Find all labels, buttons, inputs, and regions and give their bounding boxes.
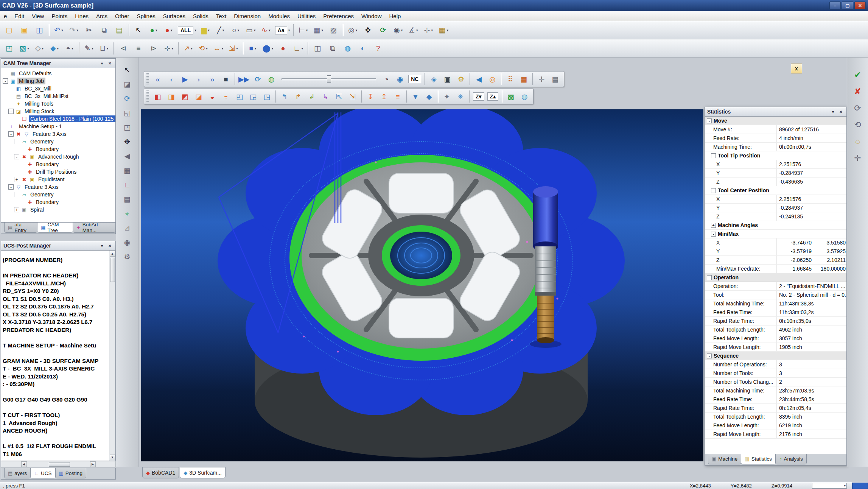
slider-thumb[interactable] <box>327 75 331 83</box>
sim-compare-icon[interactable]: ⠿ <box>504 73 516 86</box>
sim-close-button[interactable]: x <box>791 64 802 73</box>
stock-wizard-icon[interactable]: ◰ <box>2 41 16 56</box>
color-swatch-icon[interactable]: ▆ <box>198 23 213 37</box>
view-back-icon[interactable]: ◨ <box>165 90 178 103</box>
sim-options-icon[interactable]: ⚙ <box>454 73 467 86</box>
strip-named-views-icon[interactable]: ▦ <box>119 164 135 177</box>
menu-item-utilities[interactable]: Utilities <box>294 11 319 21</box>
menu-item-splines[interactable]: Splines <box>133 11 159 21</box>
tree-item-boundary[interactable]: ✚Boundary <box>1 198 115 206</box>
step-up-icon[interactable]: ↥ <box>378 90 390 103</box>
align-middle-icon[interactable]: ≡ <box>131 41 146 56</box>
select-arrow-icon[interactable]: ↖ <box>131 23 146 37</box>
menu-item-edit[interactable]: Edit <box>11 11 28 21</box>
strip-settings-icon[interactable]: ⚙ <box>119 250 135 263</box>
strip-previous-view-icon[interactable]: ◀ <box>119 149 135 163</box>
strip-rotate-icon[interactable]: ⟳ <box>119 92 135 105</box>
expand-box-icon[interactable]: + <box>14 207 19 212</box>
sim-speed-icon[interactable]: ◉ <box>394 73 406 86</box>
strip-layers-icon[interactable]: ▤ <box>119 192 135 206</box>
tab-statistics[interactable]: ▥Statistics <box>741 454 775 464</box>
collapse-box-icon[interactable]: - <box>14 154 19 159</box>
undo-icon[interactable]: ↶ <box>51 23 66 37</box>
collapse-box-icon[interactable]: - <box>8 131 14 137</box>
align-left-icon[interactable]: ⊲ <box>116 41 131 56</box>
translate-icon[interactable]: ↗ <box>181 41 195 56</box>
view-bottom-icon[interactable]: ◓ <box>219 90 232 103</box>
tree-item-carbon-steel-1018-plain-100-125-hb[interactable]: ❒Carbon Steel 1018 - Plain (100-125 HB) <box>1 115 115 123</box>
paste-icon[interactable]: ▤ <box>112 23 126 37</box>
lamp-icon[interactable]: ◌ <box>850 135 866 148</box>
level-icon[interactable]: ≡ <box>391 90 404 103</box>
collapse-box-icon[interactable]: - <box>707 275 712 280</box>
tree-item-milling-stock[interactable]: -◪Milling Stock <box>1 107 115 115</box>
strip-zoom-window-icon[interactable]: ◱ <box>119 106 135 120</box>
sim-to-end-icon[interactable]: » <box>206 73 219 86</box>
stats-row-sequence[interactable]: -Sequence <box>705 352 846 360</box>
collapse-box-icon[interactable]: - <box>3 78 8 84</box>
stats-row-machine-angles[interactable]: +Machine Angles <box>705 221 846 230</box>
collapse-box-icon[interactable]: - <box>8 184 14 190</box>
stats-row-move[interactable]: -Move <box>705 117 846 125</box>
redo-icon[interactable]: ↷ <box>67 23 81 37</box>
menu-item-e[interactable]: e <box>0 11 11 21</box>
tree-item-equidistant[interactable]: +✖▣Equidistant <box>1 176 115 183</box>
solid-sphere-icon[interactable]: ● <box>276 41 290 56</box>
scroll-right-icon[interactable]: ▶ <box>90 461 96 467</box>
sim-clock-icon[interactable]: ◔ <box>380 73 393 86</box>
sim-fast-forward-icon[interactable]: ▶▶ <box>237 73 250 86</box>
tree-item-boundary[interactable]: ✚Boundary <box>1 160 115 168</box>
collapse-box-icon[interactable]: - <box>14 192 19 197</box>
sim-tools-icon[interactable]: ✛ <box>535 73 548 86</box>
sim-previous-op-icon[interactable]: ◀ <box>472 73 485 86</box>
sim-target-icon[interactable]: ◎ <box>486 73 499 86</box>
crosshair-icon[interactable]: ✛ <box>850 151 866 165</box>
rotate-entity-icon[interactable]: ⟲ <box>196 41 210 56</box>
tab-cam-tree[interactable]: ▦CAM Tree <box>37 223 73 233</box>
tree-item-feature-3-axis[interactable]: -▽Feature 3 Axis <box>1 183 115 191</box>
menu-item-modules[interactable]: Modules <box>264 11 294 21</box>
tree-item-advanced-rough[interactable]: -✖▣Advanced Rough <box>1 153 115 160</box>
orient-5-icon[interactable]: ⇱ <box>333 90 345 103</box>
scale-icon[interactable]: ⇲ <box>226 41 241 56</box>
scroll-up-icon[interactable]: ▲ <box>110 251 115 257</box>
solid-box-icon[interactable]: ▧ <box>17 41 31 56</box>
sketch-icon[interactable]: ✎ <box>82 41 96 56</box>
tree-item-machine-setup-1[interactable]: ∟Machine Setup - 1 <box>1 123 115 130</box>
sim-step-forward-icon[interactable]: › <box>192 73 205 86</box>
expand-box-icon[interactable]: + <box>711 223 716 228</box>
collapse-box-icon[interactable]: - <box>707 118 712 123</box>
tab-3d-surfcam[interactable]: ◆3D Surfcam... <box>180 467 226 478</box>
status-units-dropdown[interactable]: ▾ <box>812 483 847 489</box>
cut-icon[interactable]: ✂ <box>82 23 96 37</box>
burst-icon[interactable]: ✳ <box>454 90 467 103</box>
point-tool-icon[interactable]: ● <box>146 23 161 37</box>
ucs-tool-icon[interactable]: ⊹ <box>421 23 436 37</box>
collapse-box-icon[interactable]: - <box>707 354 712 358</box>
scrollbar-thumb[interactable] <box>49 462 70 467</box>
sim-grid-icon[interactable]: ▦ <box>517 73 530 86</box>
z-down-icon[interactable]: Z▾ <box>472 90 485 103</box>
line-tool-icon[interactable]: ╱ <box>213 23 228 37</box>
pattern-icon[interactable]: ▦ <box>311 23 325 37</box>
step-down-icon[interactable]: ↧ <box>364 90 377 103</box>
tab-bobcad1[interactable]: ◆BobCAD1 <box>142 467 179 478</box>
hatch-icon[interactable]: ▨ <box>326 23 341 37</box>
orient-2-icon[interactable]: ↱ <box>292 90 305 103</box>
machine-display-icon[interactable]: ◍ <box>518 90 531 103</box>
view-iso-icon[interactable]: ◰ <box>233 90 246 103</box>
grid-tool-icon[interactable]: ▦ <box>436 23 451 37</box>
sim-probe-icon[interactable]: ◈ <box>427 73 440 86</box>
toolbar-drag-handle[interactable] <box>146 90 149 103</box>
orient-3-icon[interactable]: ↲ <box>305 90 318 103</box>
panel-pin-icon[interactable]: ▾ <box>99 243 105 249</box>
solid-cube-icon[interactable]: ■ <box>246 41 260 56</box>
menu-item-view[interactable]: View <box>28 11 48 21</box>
menu-item-lines[interactable]: Lines <box>71 11 92 21</box>
rotate-view-icon[interactable]: ⟳ <box>376 23 390 37</box>
expand-box-icon[interactable]: + <box>14 177 19 182</box>
strip-plane-icon[interactable]: ◪ <box>119 77 135 91</box>
tree-item-bc-3x-mill[interactable]: ◧BC_3x_Mill <box>1 85 115 92</box>
simulation-speed-slider[interactable] <box>282 74 376 84</box>
sim-step-back-icon[interactable]: ‹ <box>165 73 178 86</box>
